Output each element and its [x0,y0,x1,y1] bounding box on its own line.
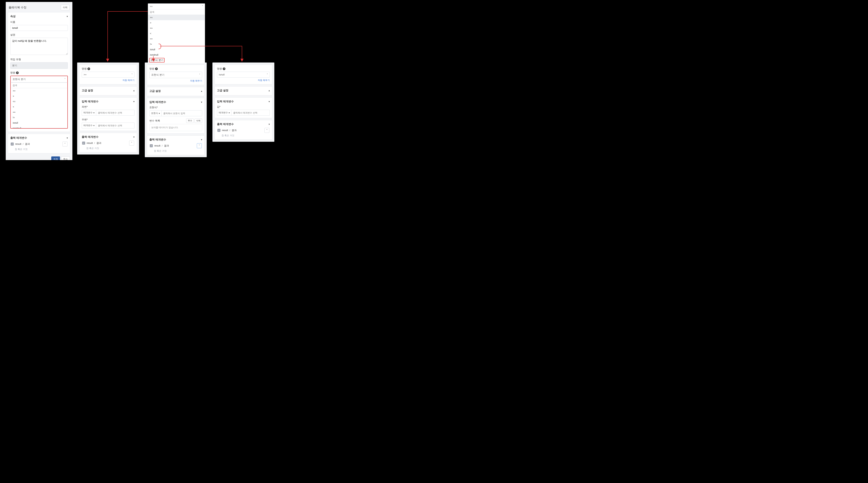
option-gt[interactable]: > [11,94,67,99]
cancel-button[interactable]: 취소 [61,156,70,160]
command-select[interactable]: >= ˅ [82,72,134,78]
command-dropdown: >= > <= < == != isnull isnotnull 표현식 분기 [11,83,67,128]
expr-type-select[interactable]: 표현식 ▾ [149,110,161,116]
rhs-input[interactable] [96,122,134,128]
option-isnull[interactable]: isnull [148,47,205,52]
chevron-up-icon[interactable]: ▴ [201,90,202,92]
chevron-down-icon[interactable]: ▾ [67,15,68,18]
chevron-up-icon[interactable]: ▴ [133,89,134,92]
caret-down-icon: ▾ [228,112,230,114]
autofill-link[interactable]: 자동 채우기 [258,79,270,82]
value-label: 값* [217,105,270,109]
chevron-down-icon[interactable]: ▾ [269,100,270,103]
option-gt[interactable]: > [148,20,205,26]
delete-button[interactable]: 삭제 [194,119,202,123]
option-ne[interactable]: != [11,115,67,120]
lhs-input[interactable] [96,110,134,116]
varlist-label: 변수 목록 [149,119,160,122]
adv-section: 고급 설정 [149,89,161,93]
expr-input[interactable] [161,110,202,116]
out-section: 출력 매개변수 [217,122,234,126]
option-isnotnull[interactable]: isnotnull [11,126,67,128]
history-button[interactable]: 이력 [61,5,69,10]
command-select[interactable]: isnull ˅ [217,72,270,78]
option-ne[interactable]: != [148,41,205,47]
option-ge[interactable]: >= [148,15,205,20]
caret-up-icon[interactable]: ˄ [197,143,202,148]
help-icon[interactable]: ? [16,71,19,74]
caret-down-icon: ▾ [93,112,94,114]
chevron-down-icon[interactable]: ▾ [133,100,134,103]
option-le[interactable]: <= [148,26,205,31]
option-eq[interactable]: == [11,110,67,115]
chevron-up-icon: ˄ [202,5,203,8]
add-button[interactable]: 추가 [186,119,194,123]
chevron-down-icon[interactable]: ▾ [269,123,270,126]
chevron-down-icon[interactable]: ▾ [67,137,68,139]
option-eq[interactable]: == [148,36,205,41]
command-label: 명령 [82,67,87,70]
caret-up-icon[interactable]: ˄ [129,141,134,146]
chevron-down-icon[interactable]: ▾ [201,138,202,141]
help-icon[interactable]: ? [223,67,225,70]
name-label: 이름 [10,20,68,24]
in-section: 입력 매개변수 [217,100,234,103]
rhs-type-select[interactable]: 매개변수 ▾ [82,122,96,128]
option-lt[interactable]: < [148,31,205,36]
help-icon[interactable]: ? [88,67,90,70]
out-section: 출력 매개변수 [149,138,166,141]
rhs-label: 우변* [82,118,134,121]
search-input[interactable] [11,83,67,88]
chevron-down-icon: ˅ [131,73,133,76]
option-lt[interactable]: < [11,104,67,110]
checkbox[interactable]: ✓ [150,144,153,147]
out-section: 출력 매개변수 [82,135,98,139]
autofill-link[interactable]: 자동 채우기 [190,80,202,82]
value-input[interactable] [231,110,270,116]
out-param-name: result [154,144,160,147]
caret-up-icon[interactable]: ˄ [62,142,67,147]
out-param-name: result [222,129,228,132]
chevron-down-icon: ˅ [267,73,268,76]
adv-section: 고급 설정 [217,89,228,92]
in-section: 입력 매개변수 [82,100,98,103]
command-select[interactable]: 표현식 분기 ˅ [149,72,202,78]
option-isnotnull[interactable]: isnotnull [148,52,205,58]
chevron-down-icon[interactable]: ▾ [201,101,202,103]
expr-label: 표현식* [149,106,202,109]
out-param-sub: 참 혹은 거짓 [10,148,68,151]
out-param-label: 결과 [96,142,101,144]
chevron-up-icon[interactable]: ▴ [269,89,270,92]
task-type-value: 분기 [10,62,68,69]
out-param-name: result [87,142,93,144]
checkbox[interactable]: ✓ [217,129,220,132]
command-label: 명령 [10,71,15,74]
option-le[interactable]: <= [11,99,67,104]
top-select[interactable]: >= ˄ [148,4,205,9]
command-select[interactable]: 표현식 분기 ˄ [11,76,67,83]
checkbox[interactable]: ✓ [11,143,14,146]
lhs-type-select[interactable]: 매개변수 ▾ [82,110,96,116]
autofill-link[interactable]: 자동 채우기 [123,79,134,82]
out-param-label: 결과 [164,144,169,147]
value-type-select[interactable]: 매개변수 ▾ [217,110,231,116]
option-expr-branch-boxed[interactable]: 표현식 분기 [149,58,165,62]
save-button[interactable]: 저장 [51,156,60,160]
chevron-up-icon: ˄ [64,78,66,81]
caret-down-icon: ▾ [93,124,94,127]
name-input[interactable] [10,25,68,31]
desc-textarea[interactable] [10,38,68,55]
caret-up-icon[interactable]: ˄ [265,128,269,133]
in-section: 입력 매개변수 [149,100,166,104]
adv-section: 고급 설정 [82,89,93,92]
option-isnull[interactable]: isnull [11,120,67,126]
checkbox[interactable]: ✓ [82,142,85,145]
panel-title: 플레이북 수정 [8,6,27,9]
caret-down-icon: ▾ [159,112,160,115]
out-param-sub: 참 혹은 거짓 [82,147,134,150]
search-input[interactable] [148,9,205,15]
chevron-down-icon[interactable]: ▾ [133,135,134,138]
option-ge[interactable]: >= [11,88,67,94]
help-icon[interactable]: ? [155,67,158,70]
desc-label: 설명 [10,33,68,37]
